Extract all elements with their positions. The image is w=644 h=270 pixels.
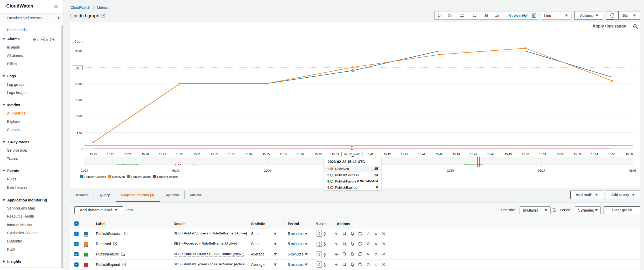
svg-text:20.00: 20.00 — [75, 82, 82, 85]
svg-text:02/27: 02/27 — [538, 169, 545, 172]
svg-text:15:49: 15:49 — [505, 153, 512, 156]
svg-text:10.00: 10.00 — [75, 115, 82, 118]
svg-text:01/30: 01/30 — [172, 169, 179, 172]
svg-text:15:32: 15:32 — [211, 153, 218, 156]
svg-text:30.00: 30.00 — [75, 50, 82, 53]
svg-text:15:53: 15:53 — [574, 153, 581, 156]
svg-text:15:54: 15:54 — [591, 153, 598, 156]
svg-text:15:43: 15:43 — [401, 153, 408, 156]
svg-text:01/23: 01/23 — [81, 169, 88, 172]
svg-text:15:42: 15:42 — [384, 153, 391, 156]
svg-text:15:44: 15:44 — [418, 153, 425, 156]
svg-text:15:35: 15:35 — [263, 153, 270, 156]
svg-text:15:33: 15:33 — [228, 153, 235, 156]
svg-text:PublishSuccess: PublishSuccess — [85, 175, 106, 179]
svg-text:15:29: 15:29 — [159, 153, 166, 156]
svg-text:15:45: 15:45 — [436, 153, 443, 156]
svg-text:15:39: 15:39 — [332, 153, 339, 156]
svg-text:15:50: 15:50 — [522, 153, 529, 156]
svg-text:15:30: 15:30 — [176, 153, 184, 156]
svg-text:15:36: 15:36 — [280, 153, 287, 156]
svg-text:15:48: 15:48 — [487, 153, 495, 156]
svg-text:15:55: 15:55 — [608, 153, 615, 156]
svg-text:15:25: 15:25 — [90, 153, 97, 156]
svg-text:5.00: 5.00 — [77, 131, 82, 134]
svg-text:15:46: 15:46 — [453, 153, 460, 156]
svg-text:15:52: 15:52 — [556, 153, 564, 156]
svg-text:02/06: 02/06 — [264, 169, 271, 172]
svg-text:PublishExpired: PublishExpired — [157, 175, 178, 179]
svg-text:15:27: 15:27 — [124, 153, 132, 156]
svg-text:25: 25 — [76, 66, 79, 69]
svg-text:Received: Received — [112, 175, 125, 179]
svg-text:PublishFailure: PublishFailure — [131, 175, 151, 179]
svg-text:15:31: 15:31 — [193, 153, 201, 156]
svg-text:Count: Count — [74, 40, 83, 43]
svg-text:15:34: 15:34 — [245, 153, 253, 156]
svg-text:02/20: 02/20 — [447, 169, 454, 172]
svg-text:15:51: 15:51 — [539, 153, 547, 156]
svg-text:15:28: 15:28 — [142, 153, 149, 156]
svg-text:15:26: 15:26 — [107, 153, 114, 156]
svg-text:15.00: 15.00 — [75, 99, 82, 102]
svg-text:15:37: 15:37 — [297, 153, 304, 156]
svg-text:15:41: 15:41 — [366, 153, 374, 156]
svg-text:15:47: 15:47 — [470, 153, 477, 156]
svg-text:03/06: 03/06 — [629, 169, 636, 172]
svg-text:15:38: 15:38 — [314, 153, 322, 156]
svg-text:0: 0 — [81, 147, 82, 151]
svg-text:15:56: 15:56 — [626, 153, 633, 156]
